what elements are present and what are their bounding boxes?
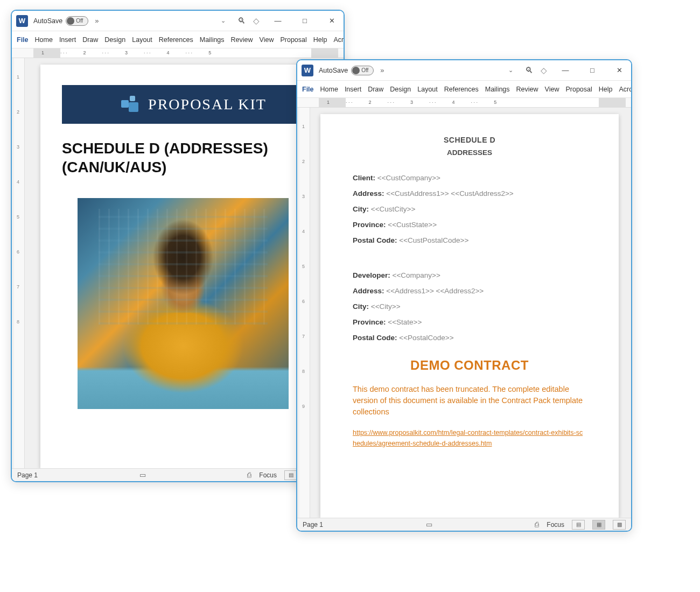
horizontal-ruler[interactable]: 1 · · · 2 · · · 3 · · · 4 · · · 5 bbox=[12, 48, 344, 58]
search-icon[interactable]: 🔍︎ bbox=[521, 64, 537, 77]
tab-proposal[interactable]: Proposal bbox=[277, 33, 309, 47]
ruler-mark: 1 bbox=[41, 50, 44, 55]
field-client: Client: <<CustCompany>> bbox=[353, 174, 586, 182]
ruler-mark: 5 bbox=[494, 100, 496, 105]
tab-acrobat[interactable]: Acrobat bbox=[617, 82, 631, 96]
tab-help[interactable]: Help bbox=[596, 82, 615, 96]
tab-proposal[interactable]: Proposal bbox=[563, 82, 594, 96]
ruler-mark: 1 bbox=[327, 100, 330, 105]
tab-layout[interactable]: Layout bbox=[415, 82, 440, 96]
tab-review[interactable]: Review bbox=[228, 33, 256, 47]
tab-draw[interactable]: Draw bbox=[80, 33, 101, 47]
diamond-icon[interactable]: ◇ bbox=[253, 16, 260, 26]
vruler-mark: 7 bbox=[302, 334, 305, 339]
tab-acrobat[interactable]: Acrobat bbox=[331, 33, 344, 47]
vruler-mark: 8 bbox=[17, 319, 19, 325]
field-developer: Developer: <<Company>> bbox=[353, 271, 586, 279]
read-mode-button[interactable]: ▤ bbox=[572, 520, 585, 530]
vruler-mark: 9 bbox=[302, 404, 305, 409]
document-title: SCHEDULE D (ADDRESSES) (CAN/UK/AUS) bbox=[62, 139, 304, 177]
title-dropdown-icon[interactable]: ⌄ bbox=[504, 65, 517, 76]
vruler-mark: 1 bbox=[17, 74, 19, 80]
vruler-mark: 6 bbox=[17, 249, 19, 255]
display-settings-icon[interactable]: ▭ bbox=[426, 520, 432, 528]
field-client-postal: Postal Code: <<CustPostalCode>> bbox=[353, 236, 586, 244]
tab-layout[interactable]: Layout bbox=[129, 33, 155, 47]
title-line-1: SCHEDULE D (ADDRESSES) bbox=[62, 139, 304, 158]
schedule-heading: SCHEDULE D bbox=[353, 136, 586, 144]
schedule-subheading: ADDRESSES bbox=[353, 149, 586, 157]
brand-banner: PROPOSAL KIT bbox=[62, 85, 326, 124]
display-settings-icon[interactable]: ▭ bbox=[139, 471, 146, 479]
tab-view[interactable]: View bbox=[542, 82, 562, 96]
vertical-ruler[interactable]: 1 2 3 4 5 6 7 8 bbox=[14, 58, 25, 468]
search-icon[interactable]: 🔍︎ bbox=[233, 14, 250, 27]
minimize-button[interactable]: ― bbox=[557, 66, 574, 74]
ruler-mark: 5 bbox=[208, 50, 211, 55]
web-layout-button[interactable]: ▩ bbox=[613, 520, 626, 530]
field-client-address: Address: <<CustAddress1>> <<CustAddress2… bbox=[353, 189, 586, 198]
maximize-button[interactable]: □ bbox=[584, 66, 601, 74]
document-page[interactable]: PROPOSAL KIT SCHEDULE D (ADDRESSES) (CAN… bbox=[40, 65, 326, 468]
document-area[interactable]: 1 2 3 4 5 6 7 8 PROPOSAL KIT SCHEDULE D … bbox=[12, 58, 344, 468]
tab-design[interactable]: Design bbox=[102, 33, 128, 47]
tab-mailings[interactable]: Mailings bbox=[482, 82, 513, 96]
focus-label[interactable]: Focus bbox=[547, 521, 564, 528]
page-indicator[interactable]: Page 1 bbox=[17, 471, 38, 479]
tab-references[interactable]: References bbox=[442, 82, 481, 96]
tab-view[interactable]: View bbox=[257, 33, 277, 47]
focus-icon[interactable]: ⎙ bbox=[247, 471, 251, 479]
tab-references[interactable]: References bbox=[156, 33, 196, 47]
print-layout-button[interactable]: ▦ bbox=[592, 520, 605, 530]
close-button[interactable]: ✕ bbox=[323, 17, 340, 25]
vruler-mark: 8 bbox=[302, 369, 305, 374]
page-indicator[interactable]: Page 1 bbox=[303, 521, 323, 528]
horizontal-ruler[interactable]: 1 · · · 2 · · · 3 · · · 4 · · · 5 bbox=[297, 98, 631, 108]
minimize-button[interactable]: ― bbox=[269, 17, 286, 25]
autosave-toggle[interactable]: Off bbox=[66, 16, 88, 26]
word-app-icon: W bbox=[302, 65, 313, 76]
ruler-mark: 4 bbox=[167, 50, 170, 55]
vertical-ruler[interactable]: 1 2 3 4 5 6 7 8 9 bbox=[299, 108, 310, 518]
ruler-mark: 3 bbox=[410, 100, 413, 105]
focus-icon[interactable]: ⎙ bbox=[535, 520, 539, 528]
autosave-label: AutoSave bbox=[319, 67, 348, 74]
autosave-toggle[interactable]: Off bbox=[351, 66, 374, 75]
cover-illustration bbox=[78, 198, 289, 409]
word-window-2: W AutoSave Off » ⌄ 🔍︎ ◇ ― □ ✕ File Home … bbox=[296, 59, 632, 532]
vruler-mark: 2 bbox=[302, 159, 305, 164]
tab-insert[interactable]: Insert bbox=[342, 82, 364, 96]
tab-home[interactable]: Home bbox=[318, 82, 341, 96]
tab-mailings[interactable]: Mailings bbox=[197, 33, 227, 47]
focus-label[interactable]: Focus bbox=[259, 471, 277, 479]
tab-home[interactable]: Home bbox=[32, 33, 55, 47]
qat-overflow-icon[interactable]: » bbox=[380, 66, 384, 74]
maximize-button[interactable]: □ bbox=[296, 17, 313, 25]
tab-file[interactable]: File bbox=[14, 33, 31, 47]
word-app-icon: W bbox=[16, 15, 28, 27]
qat-overflow-icon[interactable]: » bbox=[95, 17, 99, 25]
demo-contract-link[interactable]: https://www.proposalkit.com/htm/legal-co… bbox=[353, 429, 583, 447]
diamond-icon[interactable]: ◇ bbox=[541, 66, 547, 75]
close-button[interactable]: ✕ bbox=[611, 66, 628, 74]
autosave-label: AutoSave bbox=[33, 17, 62, 25]
vruler-mark: 3 bbox=[17, 144, 19, 150]
ruler-mark: 4 bbox=[452, 100, 455, 105]
field-dev-province: Province: <<State>> bbox=[353, 318, 586, 326]
toggle-knob-icon bbox=[352, 67, 360, 74]
brand-name: PROPOSAL KIT bbox=[148, 96, 267, 113]
demo-contract-text: This demo contract has been truncated. T… bbox=[353, 384, 586, 418]
tab-file[interactable]: File bbox=[299, 82, 317, 96]
tab-review[interactable]: Review bbox=[514, 82, 541, 96]
titlebar: W AutoSave Off » ⌄ 🔍︎ ◇ ― □ ✕ bbox=[297, 60, 631, 81]
autosave-state: Off bbox=[76, 18, 83, 24]
proposal-kit-logo-icon bbox=[121, 95, 141, 114]
tab-design[interactable]: Design bbox=[387, 82, 414, 96]
tab-help[interactable]: Help bbox=[311, 33, 330, 47]
document-area[interactable]: 1 2 3 4 5 6 7 8 9 SCHEDULE D ADDRESSES C… bbox=[297, 108, 631, 518]
tab-draw[interactable]: Draw bbox=[365, 82, 386, 96]
read-mode-button[interactable]: ▤ bbox=[284, 470, 297, 480]
tab-insert[interactable]: Insert bbox=[57, 33, 79, 47]
document-page[interactable]: SCHEDULE D ADDRESSES Client: <<CustCompa… bbox=[320, 114, 619, 518]
title-dropdown-icon[interactable]: ⌄ bbox=[216, 15, 230, 26]
